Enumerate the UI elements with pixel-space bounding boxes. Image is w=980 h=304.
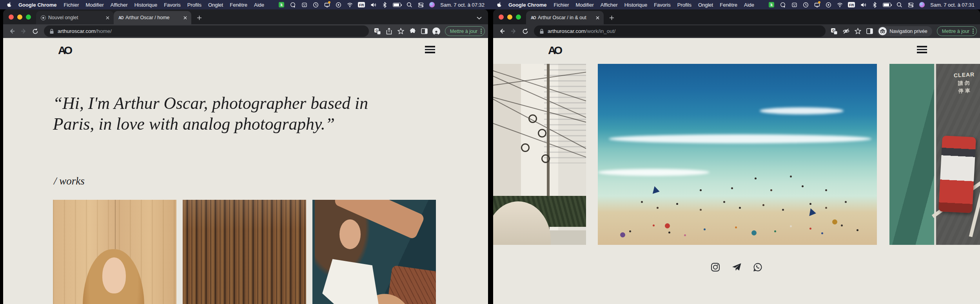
side-panel-icon[interactable] [864, 26, 875, 37]
menu-item-modifier[interactable]: Modifier [576, 2, 594, 8]
update-chrome-button[interactable]: Mettre à jour [445, 26, 485, 36]
clock-menu-icon[interactable] [312, 2, 319, 8]
photo-utility-pole[interactable] [493, 64, 586, 245]
menu-item-onglet[interactable]: Onglet [208, 2, 223, 8]
translate-icon[interactable]: G [372, 26, 383, 37]
menu-item-historique[interactable]: Historique [624, 2, 648, 8]
wifi-icon[interactable] [837, 2, 843, 8]
bookmark-star-icon[interactable] [396, 26, 407, 37]
address-bar[interactable]: arthuroscar.com/work/in_out/ [534, 25, 826, 37]
zoom-window-button[interactable] [516, 14, 521, 20]
new-tab-button[interactable] [194, 12, 205, 23]
siri-icon[interactable] [919, 2, 925, 8]
update-chrome-button[interactable]: Mettre à jour [937, 26, 977, 36]
play-circle-icon[interactable] [335, 2, 341, 8]
close-window-button[interactable] [9, 14, 14, 20]
reload-button[interactable] [30, 26, 41, 37]
tab-nouvel-onglet[interactable]: Nouvel onglet [36, 11, 114, 24]
menu-item-fenetre[interactable]: Fenêtre [230, 2, 247, 8]
menu-clock[interactable]: Sam. 7 oct. à 07:31 [930, 2, 975, 8]
k-app-icon[interactable]: k [769, 2, 774, 7]
menu-item-modifier[interactable]: Modifier [86, 2, 104, 8]
tab-search-chevron-icon[interactable] [477, 14, 482, 21]
k-app-icon[interactable]: k [279, 2, 284, 7]
minimize-window-button[interactable] [17, 14, 22, 20]
battery-icon[interactable] [883, 3, 891, 7]
close-tab-icon[interactable] [594, 14, 601, 21]
battery-icon[interactable] [393, 3, 401, 7]
new-tab-button[interactable] [606, 12, 617, 23]
minimize-window-button[interactable] [507, 14, 512, 20]
spotlight-icon[interactable] [896, 2, 902, 8]
keyboard-layout-fr[interactable]: FR [848, 2, 855, 7]
keyboard-layout-fr[interactable]: FR [358, 2, 365, 7]
back-button[interactable] [496, 26, 507, 37]
menu-item-favoris[interactable]: Favoris [654, 2, 671, 8]
profile-avatar[interactable] [431, 26, 442, 37]
side-panel-icon[interactable] [419, 26, 430, 37]
menu-item-aide[interactable]: Aide [744, 2, 754, 8]
clock-menu-icon[interactable] [802, 2, 809, 8]
network-status-icon[interactable] [780, 2, 786, 8]
address-bar[interactable]: arthuroscar.com/home/ [44, 25, 369, 37]
menu-item-historique[interactable]: Historique [134, 2, 158, 8]
close-tab-icon[interactable] [104, 14, 111, 21]
instagram-icon[interactable] [710, 262, 720, 272]
ao-site-logo[interactable]: AO [548, 44, 561, 57]
package-app-icon[interactable] [301, 2, 307, 8]
display-alert-icon[interactable] [324, 2, 330, 8]
menu-item-onglet[interactable]: Onglet [698, 2, 713, 8]
back-button[interactable] [6, 26, 17, 37]
extensions-puzzle-icon[interactable] [407, 26, 418, 37]
chrome-menu-icon[interactable] [973, 29, 974, 34]
photo-aerial-beach[interactable] [598, 64, 877, 245]
forward-button[interactable] [508, 26, 519, 37]
bluetooth-icon[interactable] [381, 2, 388, 8]
bookmark-star-icon[interactable] [852, 26, 863, 37]
tab-arthur-oscar-in-out[interactable]: AO Arthur Oscar / in & out [526, 11, 604, 24]
translate-icon[interactable]: G [829, 26, 840, 37]
zoom-window-button[interactable] [26, 14, 31, 20]
photo-portrait-blonde[interactable] [53, 200, 176, 304]
menu-clock[interactable]: Sam. 7 oct. à 07:32 [440, 2, 485, 8]
menu-app-name[interactable]: Google Chrome [18, 2, 57, 8]
network-status-icon[interactable] [290, 2, 296, 8]
photo-hongkong-taxi[interactable]: CLEAR 請勿 停車 [889, 64, 980, 245]
volume-icon[interactable] [860, 2, 866, 8]
ao-site-logo[interactable]: AO [58, 44, 71, 57]
close-tab-icon[interactable] [182, 14, 188, 21]
hamburger-menu-icon[interactable] [917, 46, 927, 53]
apple-menu-icon[interactable] [497, 2, 503, 8]
menu-item-fenetre[interactable]: Fenêtre [720, 2, 737, 8]
photo-woman-on-boat[interactable] [312, 200, 436, 304]
eye-hidden-icon[interactable] [840, 26, 851, 37]
forward-button[interactable] [18, 26, 29, 37]
close-window-button[interactable] [499, 14, 504, 20]
menu-item-afficher[interactable]: Afficher [601, 2, 618, 8]
chrome-menu-icon[interactable] [481, 29, 482, 34]
control-center-icon[interactable] [417, 2, 424, 8]
menu-item-afficher[interactable]: Afficher [111, 2, 128, 8]
volume-icon[interactable] [370, 2, 376, 8]
whatsapp-icon[interactable] [753, 262, 763, 272]
photo-wood-slats[interactable] [183, 200, 306, 304]
reload-button[interactable] [520, 26, 531, 37]
tab-arthur-oscar-home[interactable]: AO Arthur Oscar / home [114, 11, 191, 24]
share-icon[interactable] [384, 26, 395, 37]
menu-item-profils[interactable]: Profils [677, 2, 691, 8]
menu-item-fichier[interactable]: Fichier [554, 2, 569, 8]
play-circle-icon[interactable] [825, 2, 831, 8]
spotlight-icon[interactable] [406, 2, 412, 8]
telegram-icon[interactable] [731, 262, 742, 272]
bluetooth-icon[interactable] [871, 2, 878, 8]
package-app-icon[interactable] [791, 2, 797, 8]
display-alert-icon[interactable] [814, 2, 820, 8]
siri-icon[interactable] [429, 2, 435, 8]
wifi-icon[interactable] [347, 2, 353, 8]
menu-item-profils[interactable]: Profils [187, 2, 201, 8]
apple-menu-icon[interactable] [7, 2, 13, 8]
menu-item-fichier[interactable]: Fichier [64, 2, 79, 8]
menu-item-aide[interactable]: Aide [254, 2, 264, 8]
menu-app-name[interactable]: Google Chrome [508, 2, 547, 8]
control-center-icon[interactable] [907, 2, 914, 8]
